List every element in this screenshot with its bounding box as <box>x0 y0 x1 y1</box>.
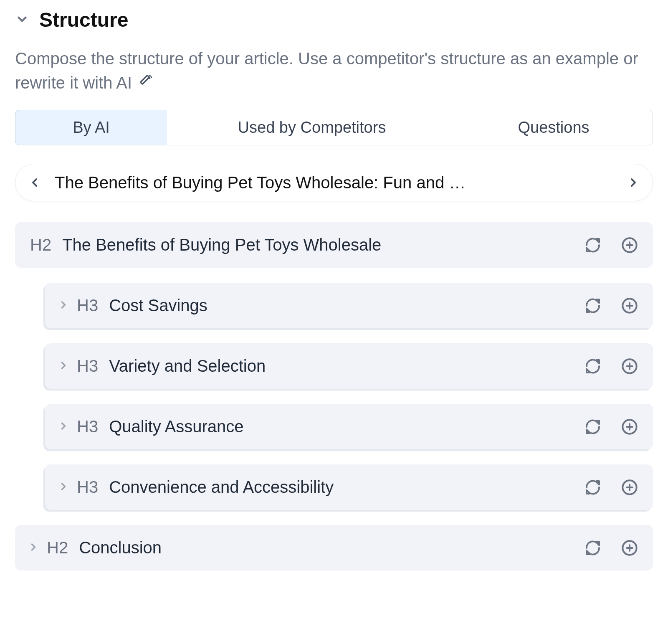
heading-title: Convenience and Accessibility <box>109 478 577 497</box>
chevron-right-icon <box>28 541 39 555</box>
next-title-button[interactable] <box>620 169 647 196</box>
outline-item-h3-3[interactable]: H3 Quality Assurance <box>45 404 653 449</box>
heading-title: The Benefits of Buying Pet Toys Wholesal… <box>62 236 577 254</box>
add-icon[interactable] <box>621 418 638 435</box>
chevron-right-icon <box>58 481 69 494</box>
title-navigator: The Benefits of Buying Pet Toys Wholesal… <box>15 164 653 201</box>
heading-level: H2 <box>47 538 68 557</box>
chevron-right-icon <box>58 420 69 434</box>
heading-title: Conclusion <box>79 538 577 557</box>
tabs: By AI Used by Competitors Questions <box>15 110 653 145</box>
heading-level: H3 <box>77 357 98 375</box>
heading-level: H2 <box>30 236 51 254</box>
heading-level: H3 <box>77 478 98 497</box>
regenerate-icon[interactable] <box>584 237 601 254</box>
regenerate-icon[interactable] <box>584 540 601 556</box>
add-icon[interactable] <box>621 479 638 496</box>
heading-title: Cost Savings <box>109 296 577 315</box>
item-actions <box>584 479 638 496</box>
chevron-down-icon[interactable] <box>15 12 29 28</box>
outline-item-h3-1[interactable]: H3 Cost Savings <box>45 283 653 328</box>
add-icon[interactable] <box>621 297 638 314</box>
add-icon[interactable] <box>621 540 638 556</box>
add-icon[interactable] <box>621 358 638 375</box>
section-header: Structure <box>15 8 653 31</box>
regenerate-icon[interactable] <box>584 297 601 314</box>
outline-item-h3-2[interactable]: H3 Variety and Selection <box>45 343 653 389</box>
outline-item-h2-conclusion[interactable]: H2 Conclusion <box>15 525 653 570</box>
heading-level: H3 <box>77 417 98 436</box>
item-actions <box>584 297 638 314</box>
add-icon[interactable] <box>621 237 638 254</box>
regenerate-icon[interactable] <box>584 418 601 435</box>
section-title: Structure <box>39 8 128 31</box>
heading-title: Variety and Selection <box>109 357 577 375</box>
svg-rect-0 <box>141 75 149 84</box>
item-actions <box>584 540 638 556</box>
heading-title: Quality Assurance <box>109 417 577 436</box>
section-description: Compose the structure of your article. U… <box>15 46 653 95</box>
regenerate-icon[interactable] <box>584 479 601 496</box>
heading-level: H3 <box>77 296 98 315</box>
chevron-right-icon <box>58 360 69 373</box>
item-actions <box>584 418 638 435</box>
regenerate-icon[interactable] <box>584 358 601 375</box>
chevron-right-icon <box>58 299 69 312</box>
item-actions <box>584 358 638 375</box>
current-title: The Benefits of Buying Pet Toys Wholesal… <box>55 173 613 192</box>
outline-item-h2-main[interactable]: H2 The Benefits of Buying Pet Toys Whole… <box>15 222 653 268</box>
prev-title-button[interactable] <box>21 169 48 196</box>
tab-by-ai[interactable]: By AI <box>15 110 167 145</box>
tab-competitors[interactable]: Used by Competitors <box>167 110 457 145</box>
wand-icon[interactable] <box>137 74 153 90</box>
outline-item-h3-4[interactable]: H3 Convenience and Accessibility <box>45 464 653 510</box>
item-actions <box>584 237 638 254</box>
tab-questions[interactable]: Questions <box>457 110 650 145</box>
section-description-text: Compose the structure of your article. U… <box>15 49 638 92</box>
